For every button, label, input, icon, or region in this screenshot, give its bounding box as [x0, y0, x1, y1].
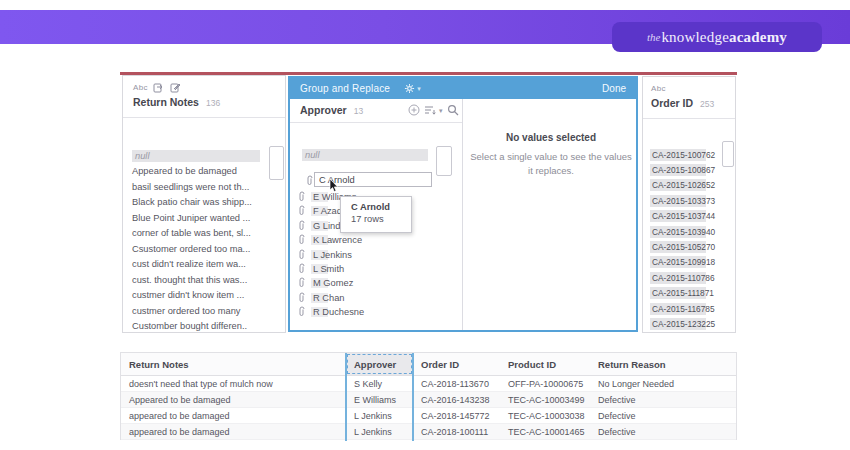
list-item[interactable]: CA-2015-116785 — [643, 301, 735, 316]
app-window: theknowledgeacademy Abc Return Notes136 … — [0, 0, 850, 450]
cell-approver[interactable]: L Jenkins — [346, 424, 413, 439]
group-options-button[interactable]: ▾ — [404, 83, 421, 94]
list-item[interactable]: R Chan — [290, 291, 462, 304]
value-tooltip: C Arnold 17 rows — [340, 196, 412, 233]
group-member[interactable]: F Azad — [311, 206, 344, 216]
table-row[interactable]: appeared to be damaged L Jenkins CA-2018… — [121, 424, 736, 440]
field-title: Order ID253 — [651, 97, 714, 109]
column-header-return-reason[interactable]: Return Reason — [590, 353, 736, 375]
group-member[interactable]: L Smith — [311, 264, 346, 274]
cell-approver[interactable]: E Williams — [346, 392, 413, 407]
list-item[interactable]: CA-2015-103940 — [643, 224, 735, 239]
logo-academy: academy — [729, 29, 787, 46]
list-item[interactable]: basil seedlings were not th... — [123, 179, 285, 195]
table-row[interactable]: Appeared to be damaged E Williams CA-201… — [121, 392, 736, 408]
scrollbar[interactable] — [436, 146, 452, 176]
list-item[interactable]: CA-2015-105270 — [643, 239, 735, 254]
selected-column-outline — [412, 353, 414, 441]
cell-approver[interactable]: L Jenkins — [346, 408, 413, 423]
group-member[interactable]: M Gomez — [311, 278, 355, 288]
duplicate-field-icon[interactable] — [153, 82, 164, 93]
dialog-field-title: Approver13 — [300, 104, 363, 116]
list-item[interactable]: L Jenkins — [290, 248, 462, 261]
cell-order-id[interactable]: CA-2018-145772 — [413, 408, 500, 423]
null-value[interactable]: null — [132, 150, 260, 162]
list-item[interactable]: null — [123, 148, 285, 164]
logo-the: the — [647, 31, 660, 43]
cell-order-id[interactable]: CA-2018-100111 — [413, 424, 500, 439]
sort-icon[interactable] — [424, 104, 436, 116]
null-value[interactable]: null — [302, 149, 428, 161]
list-item[interactable]: L Smith — [290, 262, 462, 275]
list-item[interactable]: cust didn't realize item wa... — [123, 257, 285, 273]
cell-return-notes[interactable]: doesn't need that type of mulch now — [121, 376, 346, 391]
field-count: 253 — [700, 99, 714, 109]
cell-product-id[interactable]: TEC-AC-10003499 — [500, 392, 590, 407]
profile-card-order-id: Abc Order ID253 CA-2015-100762 CA-2015-1… — [642, 76, 736, 333]
cell-return-reason[interactable]: Defective — [590, 424, 736, 439]
cell-approver[interactable]: S Kelly — [346, 376, 413, 391]
group-member[interactable]: R Chan — [311, 293, 347, 303]
list-item[interactable]: custmer ordered too many — [123, 303, 285, 319]
column-header-return-notes[interactable]: Return Notes — [121, 353, 346, 375]
list-item[interactable]: CA-2015-111871 — [643, 286, 735, 301]
table-row[interactable]: appeared to be damaged L Jenkins CA-2018… — [121, 408, 736, 424]
group-member[interactable]: L Jenkins — [311, 250, 354, 260]
cell-return-notes[interactable]: appeared to be damaged — [121, 408, 346, 423]
chevron-down-icon[interactable]: ▾ — [417, 85, 421, 93]
tooltip-rowcount: 17 rows — [351, 214, 411, 224]
dialog-title: Group and Replace — [300, 83, 390, 94]
edit-field-icon[interactable] — [170, 82, 181, 93]
cell-order-id[interactable]: CA-2016-143238 — [413, 392, 500, 407]
group-member[interactable]: R Duchesne — [311, 307, 366, 317]
mouse-cursor — [329, 179, 340, 193]
value-list: null Appeared to be damaged basil seedli… — [123, 148, 285, 334]
chevron-down-icon[interactable]: ▾ — [439, 107, 443, 115]
cell-product-id[interactable]: OFF-PA-10000675 — [500, 376, 590, 391]
list-item[interactable]: CA-2015-123225 — [643, 316, 735, 331]
field-title: Return Notes136 — [133, 96, 220, 108]
list-item[interactable]: M Gomez — [290, 276, 462, 289]
list-item[interactable]: CA-2015-109918 — [643, 255, 735, 270]
list-item[interactable]: Blue Point Juniper wanted ... — [123, 210, 285, 226]
data-type-label: Abc — [651, 84, 666, 93]
list-item[interactable]: CA-2015-102652 — [643, 178, 735, 193]
paperclip-icon — [298, 191, 306, 202]
cell-return-notes[interactable]: Appeared to be damaged — [121, 392, 346, 407]
list-item[interactable]: K Lawrence — [290, 233, 462, 246]
column-header-order-id[interactable]: Order ID — [413, 353, 500, 375]
list-item[interactable]: Csustomer ordered too ma... — [123, 241, 285, 257]
list-item[interactable]: Black patio chair was shipp... — [123, 195, 285, 211]
cell-return-reason[interactable]: Defective — [590, 392, 736, 407]
list-item[interactable]: Customber bought differen.. — [123, 319, 285, 335]
paperclip-icon — [298, 220, 306, 231]
list-item[interactable]: CA-2015-100762 — [643, 147, 735, 162]
profile-card-return-notes: Abc Return Notes136 null Appeared to be … — [122, 75, 286, 333]
list-item[interactable]: CA-2015-100867 — [643, 162, 735, 177]
cell-return-notes[interactable]: appeared to be damaged — [121, 424, 346, 439]
paperclip-icon — [306, 175, 314, 186]
cell-product-id[interactable]: TEC-AC-10001465 — [500, 424, 590, 439]
group-and-replace-dialog: Group and Replace ▾ Done Approver13 ▾ — [288, 76, 638, 332]
add-group-icon[interactable] — [408, 104, 420, 116]
cell-product-id[interactable]: TEC-AC-10003038 — [500, 408, 590, 423]
paperclip-icon — [298, 234, 306, 245]
list-item[interactable]: CA-2015-103373 — [643, 193, 735, 208]
list-item[interactable]: CA-2015-110786 — [643, 270, 735, 285]
cell-order-id[interactable]: CA-2018-113670 — [413, 376, 500, 391]
list-item[interactable]: Appeared to be damaged — [123, 164, 285, 180]
table-row[interactable]: doesn't need that type of mulch now S Ke… — [121, 376, 736, 392]
search-icon[interactable] — [447, 104, 459, 116]
list-item[interactable]: R Duchesne — [290, 305, 462, 318]
cell-return-reason[interactable]: Defective — [590, 408, 736, 423]
column-header-product-id[interactable]: Product ID — [500, 353, 590, 375]
list-item[interactable]: corner of table was bent, sl... — [123, 226, 285, 242]
group-member[interactable]: K Lawrence — [311, 235, 364, 245]
column-header-approver[interactable]: Approver — [346, 353, 413, 375]
list-item[interactable]: custmer didn't know item ... — [123, 288, 285, 304]
list-item[interactable]: cust. thought that this was... — [123, 272, 285, 288]
list-item[interactable]: CA-2015-103744 — [643, 209, 735, 224]
cell-return-reason[interactable]: No Longer Needed — [590, 376, 736, 391]
done-button[interactable]: Done — [602, 83, 626, 94]
paperclip-icon — [298, 249, 306, 260]
